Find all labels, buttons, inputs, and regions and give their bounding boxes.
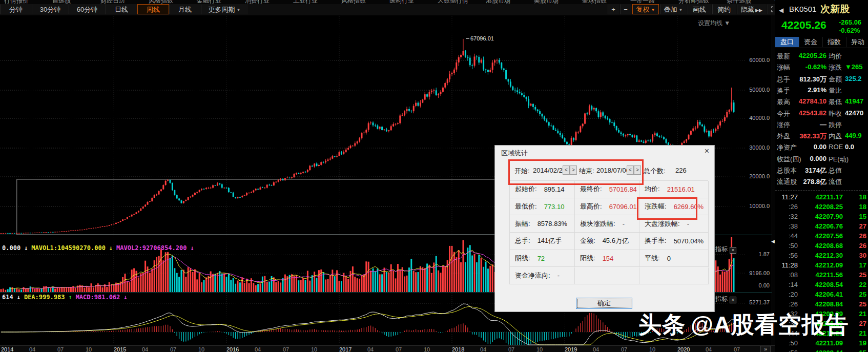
quote-row: 流通股278.8亿流值 [775,177,868,189]
watermark-account: @A股看空报告 [691,312,849,338]
stat-cell [575,267,639,285]
stat-cell: 均价:21516.01 [639,181,709,198]
total-count-label: 总个数: [644,167,666,176]
tick-time: :38 [775,222,798,230]
tick-row: :3242207.9015 [775,213,868,222]
back-arrow-icon[interactable]: ◀ [779,7,783,14]
tick-price: 42211.09 [799,339,843,347]
time-axis-label: 04 [29,346,35,352]
quote-value: 42470 [845,109,868,117]
set-ma-dropdown[interactable]: 设置均线 ▼ [698,19,730,28]
tick-volume: 18 [846,203,866,211]
quote-row: 收益(四)0.000PE(动) [775,155,868,166]
price-axis-label: 30000.0 [741,144,770,151]
time-axis-label: 10 [649,346,655,352]
price-axis-label: 50000.0 [741,87,770,93]
quote-label: 最新 [777,52,790,61]
time-axis-label: 2015 [114,346,126,352]
quote-label: 总手 [777,75,790,84]
quote-tab-1[interactable]: 盘口 [775,37,799,47]
stat-value: - [623,220,625,227]
tick-row: 11:2742211.1718 [775,193,868,203]
arrow-icon: ↓ [109,244,113,252]
close-box-icon[interactable]: × [730,247,736,254]
quote-row: 最高42784.10最低41947 [775,97,868,109]
quote-label: ROE [829,143,843,151]
time-axis-label: 07 [508,346,514,352]
time-axis: 2014040710201504071020160407102017040710… [0,345,775,352]
close-box-icon[interactable]: × [730,297,736,303]
stat-label: 涨跌幅: [645,202,667,211]
quote-value: 0.00 [790,143,826,151]
dialog-title: 区域统计 [501,149,528,158]
tick-time: 11:28 [775,261,798,269]
watermark: 头条@A股看空报告 [638,309,849,340]
time-axis-label: 04 [593,346,599,352]
tick-row: :2642208.2518 [775,203,868,213]
arrow-icon: ↑ [68,294,72,301]
quote-label: 最高 [777,97,790,107]
time-axis-label: 07 [170,346,176,352]
quote-tab-3[interactable]: 指数 [822,37,846,47]
tick-time: :26 [775,300,798,308]
stat-cell: 平线:0 [639,250,709,267]
time-axis-label: 07 [396,346,402,352]
peak-tick-mark [466,38,469,39]
quote-label: 总值 [829,166,842,175]
stat-cell: 阳线:154 [575,250,639,267]
quote-row: 涨幅-0.62%涨跌▼265 [775,63,868,74]
time-axis-label: 07 [734,346,740,352]
start-prev-button[interactable]: < [563,165,570,175]
quote-tab-4[interactable]: 异动 [846,37,868,47]
time-axis-label: 10 [536,346,543,352]
end-next-button[interactable]: > [634,165,641,175]
stat-label: 板块涨跌幅: [580,219,615,229]
quote-label: 金额 [829,75,842,84]
start-next-button[interactable]: > [570,165,577,175]
end-label: 结束: [579,167,594,176]
stat-label: 最低价: [515,202,537,211]
stat-value: 895.14 [544,185,565,193]
quote-tab-2[interactable]: 资金 [799,37,823,47]
stat-value: 6269.60% [674,203,704,211]
quote-row: 最新42205.26均价 [775,52,868,63]
price-change-percent: -0.62% [839,27,860,34]
quote-row: 净资产0.00ROE0.0 [775,143,868,154]
stat-value: - [687,220,689,227]
quote-divider [775,190,868,191]
tick-price: 42212.09 [799,261,843,269]
stat-label: 最终价: [580,184,602,194]
price-axis-label: 10000.0 [741,203,770,209]
stat-value: 8578.83% [538,220,568,227]
tick-price: 42208.25 [799,203,843,211]
quote-label: 今开 [777,109,790,118]
end-prev-button[interactable]: < [627,165,634,175]
tick-price: 42207.90 [799,213,843,220]
stat-cell: 涨跌幅:6269.60% [639,198,709,216]
more-button[interactable]: » [760,346,771,352]
tick-time: :56 [775,349,798,352]
time-axis-label: 04 [706,346,712,352]
splitter-arrow-icon: ◀ [771,239,775,244]
stat-label: 大盘涨跌幅: [645,219,680,229]
time-axis-label: 07 [621,346,627,352]
stat-value: 45.6万亿 [603,236,629,245]
stat-value: 21516.01 [667,185,695,193]
tick-time: :50 [775,242,798,250]
indicator-value: DEA:999.983 [24,294,65,301]
macd-indicator-legend: 614↓DEA:999.983↑MACD:981.062↓ [2,294,131,301]
close-icon[interactable]: × [705,147,709,156]
stat-value: 154 [603,255,614,262]
stat-cell: 最低价:773.10 [510,198,575,216]
tick-price: 42211.56 [799,271,843,279]
time-axis-label: 10 [311,346,317,352]
tick-row: :5642212.3030 [775,252,868,261]
tick-volume: 26 [846,232,866,240]
quote-value: — [790,120,826,128]
time-axis-label: 10 [86,346,92,352]
tick-price: 42207.56 [799,232,843,240]
quote-label: 换手 [777,86,790,95]
tick-time: :50 [775,339,798,347]
stat-cell: 振幅:8578.83% [510,215,575,233]
confirm-button[interactable]: 确定 [576,298,632,309]
